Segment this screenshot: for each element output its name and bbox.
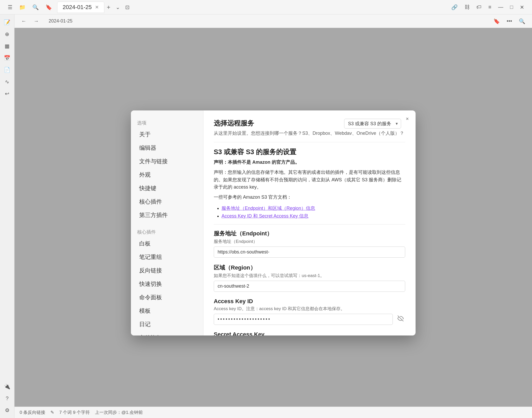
editor-toolbar: ← → 2024-01-25 🔖 ••• 🔍 [14, 14, 532, 28]
access-key-field: Access Key ID Access key ID。注意：access ke… [214, 298, 405, 325]
doc-link-2[interactable]: Access Key ID 和 Secret Access Key 信息 [221, 213, 308, 219]
sidebar-item-file-recovery[interactable]: 文件恢复 [133, 331, 201, 335]
sidebar-item-templates[interactable]: 模板 [133, 304, 201, 317]
link-icon-btn[interactable]: 🔗 [449, 3, 460, 12]
link2-icon-btn[interactable]: ⛓ [462, 3, 472, 12]
bookmark-btn[interactable]: 🔖 [43, 3, 55, 12]
disclaimer-1: 声明：本插件不是 Amazon 的官方产品。 [214, 159, 405, 166]
restore-btn[interactable]: □ [507, 3, 516, 12]
tab-area: ☰ 📁 🔍 🔖 2024-01-25 ✕ + ⌄ ⊡ 🔗 ⛓ 🏷 ≡ — □ ✕ [0, 2, 532, 13]
region-label: 区域（Region） [214, 264, 405, 272]
nav-blocks-icon[interactable]: ▦ [2, 41, 12, 51]
back-btn[interactable]: ← [19, 17, 29, 26]
sidebar-item-backlinks[interactable]: 反向链接 [133, 264, 201, 277]
settings-modal: 选项 关于 编辑器 文件与链接 外观 快捷键 核心插件 第三方插件 核心插件 白… [131, 110, 416, 335]
new-tab-btn[interactable]: + [104, 3, 113, 12]
current-tab[interactable]: 2024-01-25 ✕ [57, 2, 104, 13]
tab-dropdown-btn[interactable]: ⌄ [113, 3, 123, 12]
sidebar-item-appearance[interactable]: 外观 [133, 168, 201, 181]
endpoint-input[interactable] [214, 247, 405, 258]
disclaimer-2: 声明：您所输入的信息存储于本地。其它有害的或者出错的插件，是有可能读取到这些信息… [214, 169, 405, 191]
toolbar-bookmark-btn[interactable]: 🔖 [491, 17, 503, 26]
settings-content: × 选择远程服务 从这里开始设置。您想连接到哪一个服务？S3、Dropbox、W… [203, 110, 416, 335]
sidebar-item-command-palette[interactable]: 命令面板 [133, 291, 201, 304]
toolbar-more-btn[interactable]: ••• [504, 17, 515, 26]
nav-wave-icon[interactable]: ∿ [2, 77, 12, 87]
modal-overlay: 选项 关于 编辑器 文件与链接 外观 快捷键 核心插件 第三方插件 核心插件 白… [14, 28, 532, 418]
region-input[interactable] [214, 281, 405, 292]
sidebar-item-core-plugins[interactable]: 核心插件 [133, 195, 201, 208]
secret-key-field: Secret Access Key Secret access key。注意：s… [214, 331, 405, 335]
split-view-btn[interactable]: ⊡ [123, 3, 132, 12]
status-bar: 0 条反向链接 ✎ 7 个词 9 个字符 上一次同步：@1.佥钟前 [14, 407, 532, 418]
nav-note-icon[interactable]: 📝 [2, 17, 12, 27]
endpoint-field: 服务地址（Endpoint） 服务地址（Endpoint） [214, 230, 405, 258]
minimize-btn[interactable]: — [496, 3, 506, 12]
sidebar-item-note-compose[interactable]: 笔记重组 [133, 251, 201, 264]
settings-sidebar: 选项 关于 编辑器 文件与链接 外观 快捷键 核心插件 第三方插件 核心插件 白… [131, 110, 203, 335]
folder-btn[interactable]: 📁 [17, 3, 28, 12]
service-selector[interactable]: S3 或兼容 S3 的服务 Dropbox Webdav OneDrive（个人… [344, 119, 401, 129]
word-count: 7 个词 9 个字符 [59, 409, 90, 415]
s3-settings-title: S3 或兼容 S3 的服务的设置 [214, 147, 405, 156]
endpoint-label: 服务地址（Endpoint） [214, 230, 405, 237]
nav-settings-icon[interactable]: ⚙ [2, 405, 12, 415]
edit-icon: ✎ [50, 410, 54, 415]
sidebar-item-journal[interactable]: 日记 [133, 318, 201, 331]
backlinks-count: 0 条反向链接 [20, 409, 45, 415]
endpoint-sublabel: 服务地址（Endpoint） [214, 238, 405, 244]
service-dropdown[interactable]: S3 或兼容 S3 的服务 Dropbox Webdav OneDrive（个人… [344, 119, 401, 129]
nav-undo-icon[interactable]: ↩ [2, 88, 12, 99]
access-key-sublabel: Access key ID。注意：access key ID 和其它信息都会在本… [214, 306, 405, 312]
sidebar-item-hotkeys[interactable]: 快捷键 [133, 182, 201, 195]
sidebar-item-files-links[interactable]: 文件与链接 [133, 155, 201, 168]
nav-plugin-icon[interactable]: 🔌 [2, 381, 12, 392]
access-key-label: Access Key ID [214, 298, 405, 305]
search-btn[interactable]: 🔍 [30, 3, 41, 12]
region-field: 区域（Region） 如果您不知道这个值填什么，可以尝试填写：us-east-1… [214, 264, 405, 292]
title-bar: ☰ 📁 🔍 🔖 2024-01-25 ✕ + ⌄ ⊡ 🔗 ⛓ 🏷 ≡ — □ ✕ [0, 0, 532, 14]
options-section-label: 选项 [131, 117, 203, 128]
sidebar-item-quick-switch[interactable]: 快速切换 [133, 278, 201, 290]
modal-description: 从这里开始设置。您想连接到哪一个服务？S3、Dropbox、Webdav、One… [214, 130, 405, 137]
divider-2 [214, 224, 405, 225]
docs-intro: 一些可参考的 Amazon S3 官方文档： [214, 193, 405, 201]
toolbar-date: 2024-01-25 [49, 18, 72, 24]
toolbar-search-btn[interactable]: 🔍 [516, 17, 528, 26]
sidebar-item-editor[interactable]: 编辑器 [133, 141, 201, 154]
left-sidebar: 📝 ⊕ ▦ 📅 📄 ∿ ↩ 🔌 ? ⚙ [0, 14, 14, 418]
docs-list: 服务地址（Endpoint）和区域（Region）信息 Access Key I… [221, 205, 405, 219]
secret-key-label: Secret Access Key [214, 331, 405, 335]
nav-graph-icon[interactable]: ⊕ [2, 29, 12, 39]
list-btn[interactable]: ≡ [486, 3, 494, 12]
access-key-input[interactable] [214, 314, 393, 325]
sidebar-item-about[interactable]: 关于 [133, 128, 201, 141]
access-key-toggle-visibility[interactable] [396, 314, 405, 325]
tab-label: 2024-01-25 [63, 4, 92, 11]
tag-btn[interactable]: 🏷 [474, 3, 484, 12]
forward-btn[interactable]: → [31, 17, 41, 26]
sidebar-item-third-party[interactable]: 第三方插件 [133, 209, 201, 222]
modal-close-btn[interactable]: × [403, 115, 411, 123]
sync-info: 上一次同步：@1.佥钟前 [95, 409, 143, 415]
tab-close-btn[interactable]: ✕ [95, 4, 99, 10]
divider-1 [214, 142, 405, 142]
nav-page-icon[interactable]: 📄 [2, 65, 12, 75]
nav-help-icon[interactable]: ? [2, 393, 12, 404]
sidebar-item-whiteboard[interactable]: 白板 [133, 237, 201, 250]
close-app-btn[interactable]: ✕ [517, 3, 527, 12]
core-plugins-section-label: 核心插件 [131, 226, 203, 237]
doc-link-1[interactable]: 服务地址（Endpoint）和区域（Region）信息 [221, 206, 315, 211]
region-sublabel: 如果您不知道这个值填什么，可以尝试填写：us-east-1。 [214, 273, 405, 279]
nav-calendar-icon[interactable]: 📅 [2, 53, 12, 63]
sidebar-toggle-btn[interactable]: ☰ [5, 3, 15, 12]
